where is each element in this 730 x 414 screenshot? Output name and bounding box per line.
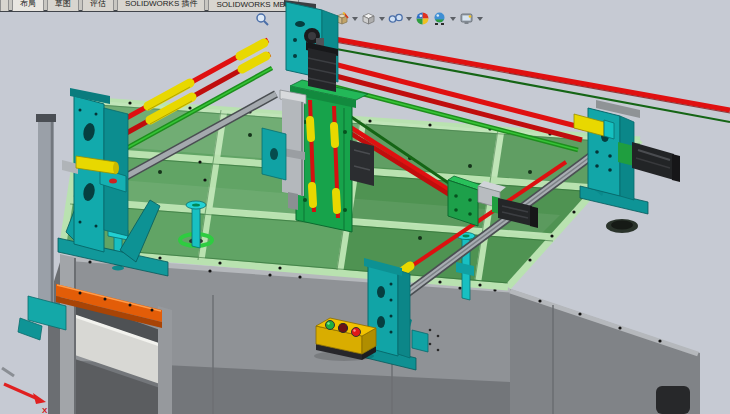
pendant-dark-button[interactable] — [339, 324, 348, 333]
pendant-red-button[interactable] — [352, 328, 361, 337]
pendant-green-button[interactable] — [326, 321, 335, 330]
orientation-triad: X — [2, 368, 48, 414]
support-post[interactable] — [18, 114, 66, 340]
right-gantry-tower[interactable] — [574, 100, 680, 214]
solidworks-window: 布局 草图 评估 SOLIDWORKS 插件 SOLIDWORKS MBD A — [0, 0, 730, 414]
gantry-beam-upper[interactable] — [318, 36, 730, 122]
leveling-foot — [656, 386, 690, 414]
graphics-viewport[interactable]: X — [0, 0, 730, 414]
triad-x-label: X — [42, 406, 48, 414]
